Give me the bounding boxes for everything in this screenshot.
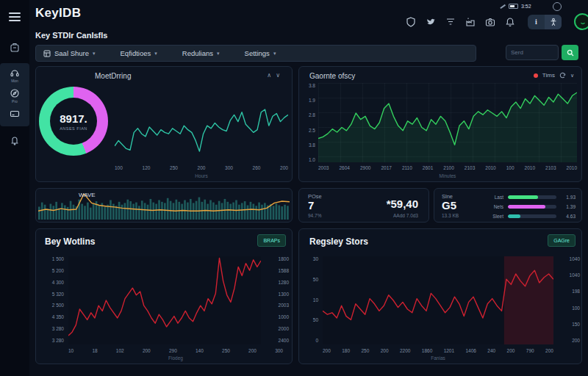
search-icon	[567, 49, 574, 57]
camera-icon[interactable]	[485, 17, 495, 27]
compass-icon	[10, 88, 20, 98]
grid-icon	[43, 50, 51, 57]
progress-row: Last 1.93	[473, 193, 576, 200]
filter-icon[interactable]	[445, 17, 456, 27]
keys-badge[interactable]: BRAPs	[257, 234, 286, 247]
tick-label: 290	[169, 348, 177, 353]
size-sub: 13.3 KB	[442, 213, 459, 218]
refresh-icon[interactable]	[559, 72, 566, 79]
sidebar-item-database[interactable]	[0, 43, 29, 53]
progress-track	[508, 195, 556, 199]
tick-label: 200	[545, 348, 553, 353]
tick-label: 2200	[400, 348, 410, 353]
stat-sub-2: AAdd 7.0d3	[393, 213, 418, 218]
hamburger-menu-icon[interactable]	[9, 10, 21, 24]
accessibility-button[interactable]	[545, 15, 562, 29]
tick-label: 2 500	[37, 303, 64, 308]
tick-label: 10	[304, 297, 318, 303]
tick-label: 3 280	[37, 326, 64, 331]
sidebar: Mon Pro	[0, 0, 29, 376]
tick-label: 50	[304, 277, 318, 282]
progress-row: Sleet 4.63	[473, 212, 576, 220]
info-button[interactable]: i	[528, 15, 545, 29]
wave-label: WAVE	[79, 192, 96, 198]
card-icon	[10, 109, 20, 119]
sidebar-item-label: Mon	[0, 79, 29, 83]
menu-eqfidtioes[interactable]: Eqfidtioes ▾	[121, 49, 157, 57]
tick-label: 300	[275, 348, 283, 353]
x-axis-ticks: 2003260429002017211026012100210320101002…	[318, 165, 577, 170]
monitoring-chart	[115, 93, 288, 161]
chevron-down-icon: ▾	[217, 51, 220, 57]
avatar-button[interactable]	[574, 13, 588, 30]
shield-icon[interactable]	[406, 17, 416, 27]
tick-label: 1040	[556, 272, 580, 278]
tick-label: 2000	[265, 326, 289, 331]
tick-label: 250	[170, 165, 178, 170]
tick-label: 2017	[381, 165, 391, 170]
tick-label: 50	[304, 317, 318, 322]
tick-label: 1800	[265, 256, 289, 261]
tick-label: 250	[361, 348, 369, 353]
progress-fill	[508, 214, 520, 218]
breadcrumb: Key STDIr CanIsfls	[35, 31, 107, 40]
tick-label: 3.8	[301, 142, 315, 148]
tick-label: 1201	[444, 348, 454, 353]
pill-button-group: i	[528, 15, 562, 29]
tick-label: 300	[225, 165, 233, 170]
panel-wave: WAVE	[35, 188, 293, 223]
status-circle-icon	[553, 2, 562, 11]
menu-redulians[interactable]: Redulians ▾	[182, 49, 220, 57]
headset-icon	[10, 68, 20, 78]
tick-label: 2003	[265, 303, 289, 308]
search-input[interactable]	[506, 45, 559, 60]
panel-registry: Regsley Stors GAGre 305010500 1040104019…	[298, 228, 582, 364]
tick-label: 1 500	[37, 256, 64, 261]
x-axis-label: Minutes	[318, 173, 577, 178]
toolbar: Saal Shure ▾ Eqfidtioes ▾ Redulians ▾ Se…	[35, 45, 476, 62]
sidebar-item-monitor[interactable]: Mon	[0, 68, 29, 83]
progress-track	[508, 214, 556, 218]
search-button[interactable]	[562, 45, 578, 60]
sidebar-item-alert[interactable]	[0, 135, 29, 145]
registry-badge[interactable]: GAGre	[548, 234, 576, 247]
factory-icon[interactable]	[465, 17, 476, 27]
tick-label: 200	[323, 348, 331, 353]
panel-title: MoetDrring	[95, 72, 131, 80]
tick-label: 260	[253, 165, 261, 170]
y-axis-left-ticks: 1 5005 2004 3005 3202 5004 3503 2803 280	[37, 256, 64, 343]
registry-chart	[323, 256, 553, 344]
tick-label: 2103	[545, 165, 556, 170]
x-axis-label: Hours	[115, 173, 288, 178]
y-axis-ticks: 3.81.92.82.53.81.0	[301, 83, 315, 162]
collapse-chevrons-icon[interactable]: ∧∨	[267, 72, 284, 79]
tick-label: 100	[115, 165, 123, 170]
x-axis-label: Fiodeg	[68, 355, 283, 361]
panel-title: Bey Wotlins	[45, 236, 95, 247]
stat-sub: 94.7%	[308, 213, 321, 218]
smile-icon	[579, 18, 587, 26]
capacity-chart	[318, 83, 577, 162]
bird-icon[interactable]	[426, 17, 436, 27]
y-axis-left-ticks: 305010500	[304, 256, 318, 343]
panel-stats: POse 7 94.7% *59,40 AAdd 7.0d3	[298, 188, 429, 223]
tick-label: 198	[556, 289, 580, 294]
tick-label: 200	[381, 348, 389, 353]
y-axis-right-ticks: 10401040198100150200	[556, 256, 580, 343]
tick-label: 2010	[525, 165, 535, 170]
tick-label: 4 300	[37, 280, 64, 285]
menu-settings[interactable]: Settings ▾	[245, 49, 276, 57]
notification-icon[interactable]	[505, 17, 515, 27]
signal-icon	[500, 4, 505, 9]
tick-label: 1280	[265, 280, 289, 285]
sidebar-item-card[interactable]	[0, 109, 29, 119]
chevron-down-icon[interactable]: ∨	[570, 73, 574, 79]
tick-label: 4 350	[37, 314, 64, 319]
panel-keys: Bey Wotlins BRAPs 1 5005 2004 3005 3202 …	[35, 228, 293, 364]
menu-saal-shure[interactable]: Saal Shure ▾	[43, 49, 96, 57]
sidebar-item-compass[interactable]: Pro	[0, 88, 29, 104]
battery-icon	[509, 4, 518, 9]
page-title: KeyIDB	[35, 6, 81, 21]
progress-fill	[508, 205, 545, 209]
x-axis-ticks: 100120250200300260200	[115, 165, 288, 170]
